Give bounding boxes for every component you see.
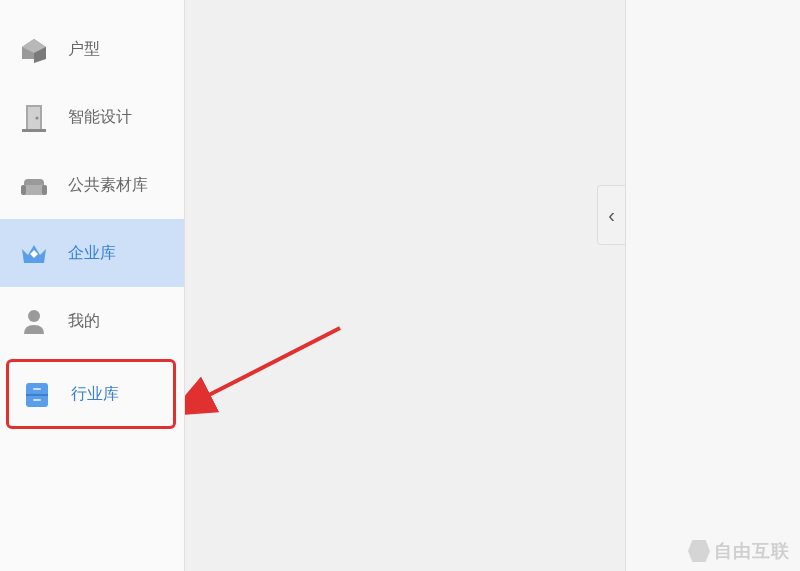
svg-rect-3	[22, 129, 46, 132]
sidebar-item-label: 行业库	[71, 384, 119, 405]
sidebar-item-label: 智能设计	[68, 107, 132, 128]
sidebar-item-industry-library[interactable]: 行业库	[6, 359, 176, 429]
sidebar-item-smart-design[interactable]: 智能设计	[0, 83, 184, 151]
person-icon	[18, 305, 50, 337]
sidebar-item-public-library[interactable]: 公共素材库	[0, 151, 184, 219]
crown-icon	[18, 237, 50, 269]
sidebar-item-label: 户型	[68, 39, 100, 60]
chevron-left-icon: ‹	[608, 204, 615, 227]
door-icon	[18, 101, 50, 133]
collapse-right-panel-button[interactable]: ‹	[597, 185, 625, 245]
sidebar-item-my[interactable]: 我的	[0, 287, 184, 355]
watermark: 自由互联	[688, 539, 790, 563]
sidebar: 户型 智能设计 公共素材库	[0, 0, 185, 571]
svg-rect-10	[26, 394, 48, 396]
sidebar-item-floorplan[interactable]: 户型	[0, 15, 184, 83]
svg-rect-12	[33, 399, 41, 401]
svg-rect-7	[42, 185, 47, 195]
sidebar-item-enterprise-library[interactable]: 企业库	[0, 219, 184, 287]
sidebar-item-label: 企业库	[68, 243, 116, 264]
sofa-icon	[18, 169, 50, 201]
svg-point-2	[36, 117, 39, 120]
svg-rect-11	[33, 388, 41, 390]
svg-rect-6	[21, 185, 26, 195]
right-panel	[625, 0, 800, 571]
cabinet-icon	[21, 378, 53, 410]
sidebar-item-label: 我的	[68, 311, 100, 332]
svg-point-8	[28, 310, 40, 322]
sidebar-item-label: 公共素材库	[68, 175, 148, 196]
floorplan-icon	[18, 33, 50, 65]
watermark-logo-icon	[688, 540, 710, 562]
watermark-text: 自由互联	[714, 539, 790, 563]
